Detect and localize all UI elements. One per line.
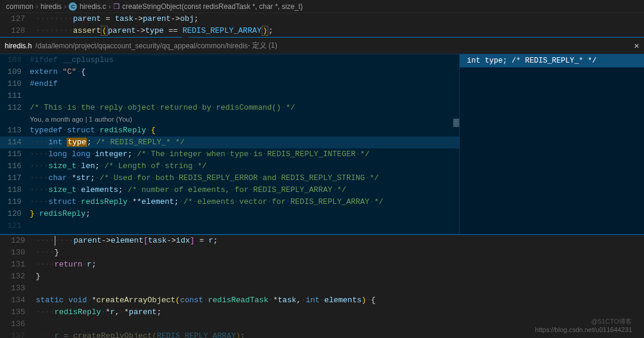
peek-arrow-icon: [182, 34, 189, 38]
line-number: 136: [0, 318, 36, 330]
symbol-method-icon: ❒: [113, 2, 120, 11]
peek-references-list[interactable]: int type; /* REDIS_REPLY_* */: [459, 54, 644, 234]
scrollbar-marker: [453, 119, 459, 127]
peek-file-path: /data/lemon/project/qqaccount_security/q…: [35, 42, 247, 50]
code-line[interactable]: 121: [0, 220, 459, 232]
line-number: 108: [0, 54, 30, 66]
breadcrumb-symbol[interactable]: createStringObject(const redisReadTask *…: [122, 2, 303, 11]
code-line[interactable]: 111: [0, 90, 459, 102]
line-number: 130: [0, 247, 36, 259]
line-number: 113: [0, 125, 30, 137]
line-number: 127: [0, 13, 36, 25]
line-number: 114: [0, 137, 30, 148]
code-line[interactable]: 119 ····struct·redisReply·**element;·/*·…: [0, 196, 459, 208]
breadcrumb-part[interactable]: common: [6, 2, 33, 11]
line-number: 118: [0, 184, 30, 196]
close-icon[interactable]: ×: [634, 41, 639, 51]
code-line[interactable]: 115 ····long·long·integer;·/*·The·intege…: [0, 148, 459, 160]
chevron-right-icon: ›: [64, 2, 66, 11]
code-line[interactable]: 114 ····int·type;·/*·REDIS_REPLY_*·*/: [0, 137, 459, 148]
peek-file-name[interactable]: hiredis.h: [5, 42, 32, 50]
code-line[interactable]: 127 ········parent = task->parent->obj;: [0, 13, 644, 25]
breadcrumb[interactable]: common › hiredis › C hiredis.c › ❒ creat…: [0, 0, 644, 13]
code-line[interactable]: 110 #endif: [0, 78, 459, 90]
chevron-right-icon: ›: [36, 2, 38, 11]
line-number: 129: [0, 235, 36, 247]
line-number: 111: [0, 90, 30, 102]
line-number: 116: [0, 160, 30, 172]
code-line[interactable]: 112 /*·This·is·the·reply·object·returned…: [0, 102, 459, 114]
code-line[interactable]: 132 }: [0, 271, 644, 283]
breadcrumb-file[interactable]: hiredis.c: [79, 2, 106, 11]
code-line[interactable]: 116 ····size_t·len;·/*·Length·of·string·…: [0, 160, 459, 172]
code-line[interactable]: 117 ····char·*str;·/*·Used·for·both·REDI…: [0, 172, 459, 184]
code-line[interactable]: 108 #ifdef __cplusplus: [0, 54, 459, 66]
peek-scrollbar[interactable]: [451, 54, 459, 232]
code-line[interactable]: 131 ····return·r;: [0, 259, 644, 271]
code-line[interactable]: 120 }·redisReply;: [0, 208, 459, 220]
code-line[interactable]: 113 typedef·struct·redisReply·{: [0, 125, 459, 137]
code-line[interactable]: 133: [0, 283, 644, 294]
chevron-right-icon: ›: [109, 2, 111, 11]
editor-main[interactable]: 127 ········parent = task->parent->obj; …: [0, 13, 644, 37]
c-file-icon: C: [69, 2, 77, 11]
line-number: 134: [0, 294, 36, 306]
code-line[interactable]: 135 ····redisReply·*r,·*parent;: [0, 306, 644, 318]
line-number: 109: [0, 66, 30, 78]
peek-view: hiredis.h /data/lemon/project/qqaccount_…: [0, 37, 644, 235]
code-line[interactable]: 134 static·void·*createArrayObject(const…: [0, 294, 644, 306]
peek-title-suffix: - 定义 (1): [248, 41, 277, 51]
line-number: 117: [0, 172, 30, 184]
line-number: 110: [0, 78, 30, 90]
line-number: 131: [0, 259, 36, 271]
line-number: 133: [0, 283, 36, 294]
codelens[interactable]: You, a month ago | 1 author (You): [0, 114, 459, 125]
line-number: 128: [0, 25, 36, 37]
line-number: 137: [0, 330, 36, 338]
line-number: 121: [0, 220, 30, 232]
breadcrumb-part[interactable]: hiredis: [41, 2, 61, 11]
watermark: @51CTO博客 https://blog.csdn.net/u01164423…: [535, 317, 632, 333]
line-number: 112: [0, 102, 30, 114]
code-line[interactable]: 118 ····size_t·elements;·/*·number·of·el…: [0, 184, 459, 196]
code-line[interactable]: 128 ········assert(parent->type == REDIS…: [0, 25, 644, 37]
peek-header: hiredis.h /data/lemon/project/qqaccount_…: [0, 38, 644, 54]
code-line[interactable]: 130 ····}: [0, 247, 644, 259]
code-line[interactable]: 109 extern·"C"·{: [0, 66, 459, 78]
line-number: 135: [0, 306, 36, 318]
peek-editor[interactable]: 108 #ifdef __cplusplus 109 extern·"C"·{ …: [0, 54, 459, 234]
line-number: 119: [0, 196, 30, 208]
line-number: 120: [0, 208, 30, 220]
code-line[interactable]: 129 ········parent->element[task->idx] =…: [0, 235, 644, 247]
line-number: 115: [0, 148, 30, 160]
line-number: 132: [0, 271, 36, 283]
peek-reference-item[interactable]: int type; /* REDIS_REPLY_* */: [460, 54, 644, 67]
